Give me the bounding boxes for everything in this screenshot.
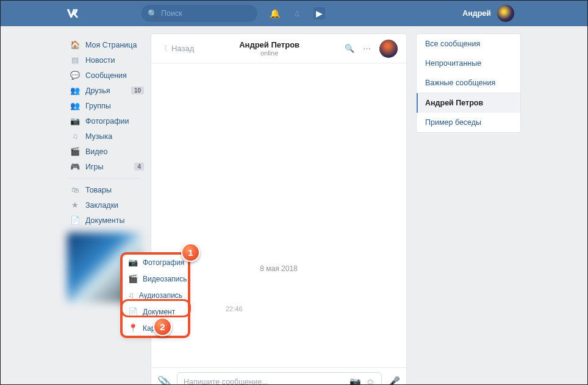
attach-item-Документ[interactable]: 📄Документ bbox=[122, 303, 188, 320]
camera-icon[interactable]: 📷 bbox=[350, 376, 361, 386]
sidebar-item-3[interactable]: 👥Друзья10 bbox=[67, 83, 142, 98]
sidebar-label: Друзья bbox=[85, 87, 110, 95]
sidebar-label: Закладки bbox=[85, 201, 118, 210]
peer-name: Андрей Петров bbox=[194, 40, 345, 49]
attach-label: Документ bbox=[143, 308, 175, 316]
sidebar-divider bbox=[68, 178, 140, 178]
rightpane-item-1[interactable]: Непрочитанные bbox=[417, 54, 520, 73]
sidebar-item-7[interactable]: 🎬Видео bbox=[67, 144, 142, 159]
sidebar-item-6[interactable]: ♫Музыка bbox=[67, 129, 142, 144]
right-panel: Все сообщенияНепрочитанныеВажные сообщен… bbox=[416, 34, 521, 133]
sidebar-icon: ★ bbox=[70, 200, 81, 210]
sidebar-icon: 👥 bbox=[70, 101, 81, 110]
top-header: 🔍 Поиск 🔔 ♫ ▶ Андрей bbox=[1, 1, 587, 26]
sidebar-icon: 🛍 bbox=[70, 185, 81, 194]
rightpane-item-0[interactable]: Все сообщения bbox=[417, 34, 520, 54]
play-icon[interactable]: ▶ bbox=[314, 7, 325, 19]
search-input[interactable]: 🔍 Поиск bbox=[142, 5, 257, 22]
input-placeholder: Напишите сообщение... bbox=[184, 378, 345, 386]
sidebar-item2-1[interactable]: ★Закладки bbox=[67, 197, 142, 213]
sidebar-icon: 🎬 bbox=[70, 147, 81, 156]
emoji-icon[interactable]: ☺ bbox=[366, 376, 375, 385]
header-icons: 🔔 ♫ ▶ bbox=[270, 7, 325, 19]
header-user[interactable]: Андрей bbox=[462, 5, 514, 22]
sidebar-label: Видео bbox=[85, 147, 108, 156]
attach-label: Фотография bbox=[143, 258, 184, 267]
sidebar-badge: 4 bbox=[134, 163, 144, 171]
search-icon: 🔍 bbox=[148, 9, 157, 18]
bell-icon[interactable]: 🔔 bbox=[270, 9, 280, 18]
sidebar-label: Документы bbox=[85, 216, 124, 225]
date-divider: 8 мая 2018 bbox=[151, 264, 406, 273]
sidebar-item-2[interactable]: 💬Сообщения bbox=[67, 68, 142, 83]
sidebar-label: Игры bbox=[85, 163, 103, 171]
sidebar-label: Сообщения bbox=[85, 71, 127, 80]
attach-icon: 📷 bbox=[128, 258, 138, 267]
sidebar-item-4[interactable]: 👥Группы bbox=[67, 98, 142, 113]
attach-icon: 📍 bbox=[128, 323, 138, 333]
sidebar-item-8[interactable]: 🎮Игры4 bbox=[67, 159, 142, 174]
header-avatar bbox=[497, 5, 514, 22]
message-input[interactable]: Напишите сообщение... 📷 ☺ bbox=[177, 372, 382, 386]
sidebar-icon: 📷 bbox=[70, 116, 81, 125]
attach-icon: 📄 bbox=[128, 307, 138, 316]
sidebar-icon: 👥 bbox=[70, 86, 81, 95]
attach-icon: 🎬 bbox=[128, 274, 138, 283]
chat-input-row: 📎 Напишите сообщение... 📷 ☺ 🎤 bbox=[151, 367, 406, 385]
sidebar-item-0[interactable]: 🏠Моя Страница bbox=[67, 37, 142, 52]
rightpane-item-3[interactable]: Андрей Петров bbox=[417, 93, 520, 113]
sidebar-label: Фотографии bbox=[85, 117, 129, 125]
callout-1: 1 bbox=[181, 243, 200, 262]
sidebar-icon: 🏠 bbox=[70, 40, 81, 49]
sidebar-icon: ♫ bbox=[70, 132, 81, 141]
sidebar-item-1[interactable]: ▤Новости bbox=[67, 52, 142, 68]
vk-logo[interactable] bbox=[62, 5, 84, 22]
sidebar-label: Музыка bbox=[85, 132, 112, 141]
sidebar-label: Товары bbox=[85, 186, 112, 194]
sidebar-label: Моя Страница bbox=[85, 41, 137, 49]
attach-item-Аудиозапись[interactable]: ♫Аудиозапись bbox=[122, 287, 188, 303]
sidebar-icon: 💬 bbox=[70, 71, 81, 80]
sidebar-item2-2[interactable]: 📄Документы bbox=[67, 213, 142, 228]
sidebar-item2-0[interactable]: 🛍Товары bbox=[67, 182, 142, 197]
chat-header: 〈 Назад Андрей Петров online 🔍 ⋯ bbox=[151, 34, 406, 63]
sidebar-icon: 📄 bbox=[70, 216, 81, 225]
sidebar-item-5[interactable]: 📷Фотографии bbox=[67, 113, 142, 129]
chevron-left-icon: 〈 bbox=[160, 43, 168, 54]
callout-2: 2 bbox=[153, 317, 172, 336]
sidebar-icon: 🎮 bbox=[70, 162, 81, 171]
rightpane-item-2[interactable]: Важные сообщения bbox=[417, 73, 520, 93]
more-icon[interactable]: ⋯ bbox=[363, 44, 371, 53]
mic-icon[interactable]: 🎤 bbox=[388, 376, 400, 385]
search-icon[interactable]: 🔍 bbox=[345, 44, 354, 53]
sidebar-badge: 10 bbox=[131, 87, 144, 94]
sidebar-icon: ▤ bbox=[70, 55, 81, 65]
peer-status: online bbox=[194, 49, 345, 57]
back-label: Назад bbox=[171, 44, 194, 53]
chat-body: 8 мая 2018 22:46 bbox=[151, 63, 406, 367]
rightpane-item-4[interactable]: Пример беседы bbox=[417, 113, 520, 132]
back-button[interactable]: 〈 Назад bbox=[160, 43, 194, 54]
music-icon[interactable]: ♫ bbox=[293, 9, 300, 18]
attach-item-Видеозапись[interactable]: 🎬Видеозапись bbox=[122, 270, 188, 287]
attach-label: Видеозапись bbox=[143, 275, 187, 283]
chat-actions: 🔍 ⋯ bbox=[345, 40, 398, 58]
sidebar-label: Новости bbox=[85, 56, 115, 65]
message-time: 22:46 bbox=[226, 305, 243, 313]
chat-window: 〈 Назад Андрей Петров online 🔍 ⋯ 8 мая 2… bbox=[151, 34, 407, 385]
chat-title[interactable]: Андрей Петров online bbox=[194, 40, 345, 57]
header-username: Андрей bbox=[462, 9, 491, 18]
attach-label: Аудиозапись bbox=[139, 291, 182, 300]
search-placeholder: Поиск bbox=[161, 9, 182, 18]
attach-item-Фотография[interactable]: 📷Фотография bbox=[122, 254, 188, 270]
peer-avatar[interactable] bbox=[379, 40, 398, 58]
paperclip-icon[interactable]: 📎 bbox=[157, 375, 171, 386]
attach-icon: ♫ bbox=[128, 291, 134, 300]
sidebar-label: Группы bbox=[85, 102, 111, 110]
